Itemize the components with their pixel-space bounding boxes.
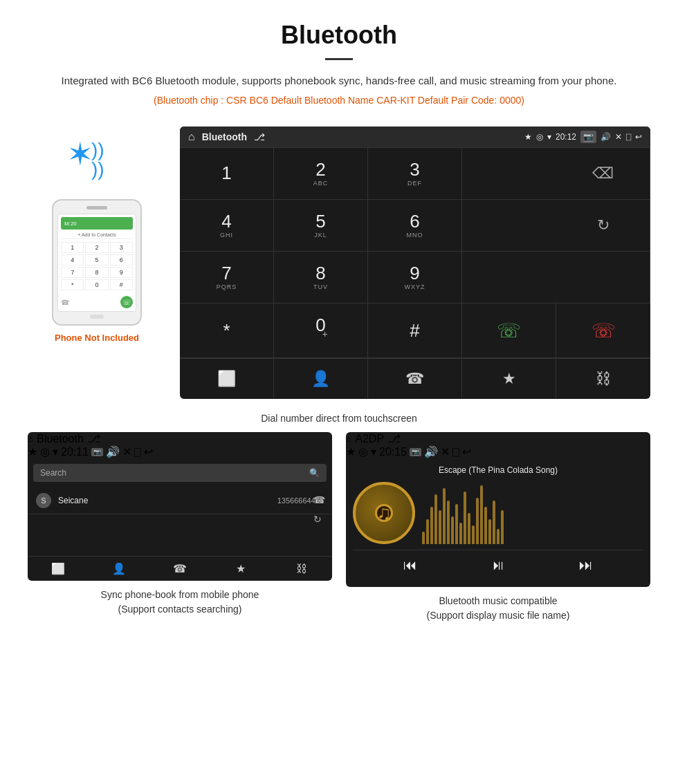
pb-call-icon[interactable]: ☎ xyxy=(313,494,325,505)
page-header: Bluetooth Integrated with BC6 Bluetooth … xyxy=(0,0,678,120)
phone-key-2: 2 xyxy=(85,242,108,253)
next-button[interactable]: ⏭ xyxy=(579,557,593,573)
dialpad-grid: 1 2 ABC 3 DEF ⌫ 4 GHI 5 JKL xyxy=(180,147,650,358)
key-call-red[interactable]: ☏ xyxy=(556,304,650,358)
key-hash[interactable]: # xyxy=(368,304,462,358)
key-refresh[interactable]: ↻ xyxy=(556,200,650,252)
music-window-icon: ⎕ xyxy=(452,446,459,458)
main-content-area: ✶ )))) M:20 + Add to Contacts 1 2 3 4 5 … xyxy=(0,120,678,406)
key-8[interactable]: 8 TUV xyxy=(274,252,368,304)
key-4[interactable]: 4 GHI xyxy=(180,200,274,252)
bottom-bluetooth-icon[interactable]: ★ xyxy=(462,359,556,399)
pb-bottom-link[interactable]: ⛓ xyxy=(271,562,332,575)
bottom-dialpad-icon[interactable]: ⬜ xyxy=(180,359,274,399)
bottom-link-icon[interactable]: ⛓ xyxy=(556,359,650,399)
back-icon[interactable]: ↩ xyxy=(635,132,642,142)
statusbar-left: ⌂ Bluetooth ⎇ xyxy=(188,131,265,143)
display-area xyxy=(462,148,556,200)
pb-bottom-contacts[interactable]: 👤 xyxy=(89,562,149,575)
key-2[interactable]: 2 ABC xyxy=(274,148,368,200)
viz-bar-6 xyxy=(443,488,446,544)
key-0[interactable]: 0 + xyxy=(274,304,368,358)
viz-bar-13 xyxy=(472,525,475,544)
bt-icon: ★ xyxy=(524,132,532,142)
pb-app-name: Bluetooth xyxy=(37,433,84,445)
key-9-num: 9 xyxy=(410,264,419,282)
key-7-sub: PQRS xyxy=(217,283,237,290)
key-1-num: 1 xyxy=(221,164,231,182)
key-5-num: 5 xyxy=(315,212,325,230)
viz-bar-16 xyxy=(484,507,487,544)
music-camera-icon: 📷 xyxy=(410,448,421,456)
key-backspace[interactable]: ⌫ xyxy=(556,148,650,200)
backspace-icon: ⌫ xyxy=(592,165,614,183)
key-9-sub: WXYZ xyxy=(405,283,425,290)
key-3[interactable]: 3 DEF xyxy=(368,148,462,200)
pb-home-icon[interactable]: ⌂ xyxy=(28,434,33,444)
music-time: 20:15 xyxy=(379,446,407,458)
phone-key-0: 0 xyxy=(85,279,108,290)
play-pause-button[interactable]: ⏯ xyxy=(491,557,505,573)
call-red-icon: ☏ xyxy=(592,319,616,342)
pb-window-icon: ⎕ xyxy=(134,446,141,458)
pb-bottom-dialpad[interactable]: ⬜ xyxy=(28,562,89,575)
phone-key-9: 9 xyxy=(110,267,133,278)
music-back-icon[interactable]: ↩ xyxy=(462,445,471,458)
search-placeholder: Search xyxy=(40,468,66,478)
music-statusbar-left: ⌂ A2DP ⎇ xyxy=(346,432,650,445)
pb-statusbar-left: ⌂ Bluetooth ⎇ xyxy=(28,432,332,445)
pb-bottom-phone[interactable]: ☎ xyxy=(149,562,210,575)
camera-icon: 📷 xyxy=(580,131,596,143)
pb-bt-icon: ★ xyxy=(28,445,37,458)
phone-call-label: M:20 xyxy=(64,221,77,227)
key-2-num: 2 xyxy=(315,160,325,178)
statusbar-right: ★ ◎ ▾ 20:12 📷 🔊 ✕ ⎕ ↩ xyxy=(524,131,642,143)
key-6-sub: MNO xyxy=(407,232,423,239)
viz-bar-1 xyxy=(422,532,425,544)
bottom-phone-icon[interactable]: ☎ xyxy=(368,359,462,399)
key-6[interactable]: 6 MNO xyxy=(368,200,462,252)
pb-usb-icon: ⎇ xyxy=(88,432,100,445)
phonebook-search-bar[interactable]: Search 🔍 xyxy=(33,464,327,482)
key-5-sub: JKL xyxy=(314,232,327,239)
page-title: Bluetooth xyxy=(42,21,636,50)
key-star[interactable]: * xyxy=(180,304,274,358)
viz-bar-11 xyxy=(464,492,466,545)
viz-bar-18 xyxy=(493,501,495,544)
phone-call-bar: M:20 xyxy=(61,217,133,230)
phonebook-caption-line2: (Support contacts searching) xyxy=(118,604,242,615)
phone-mockup: M:20 + Add to Contacts 1 2 3 4 5 6 7 8 9… xyxy=(52,199,142,326)
music-close-icon: ✕ xyxy=(441,445,450,458)
viz-bar-19 xyxy=(497,529,500,545)
viz-bar-2 xyxy=(426,519,429,544)
contact-row[interactable]: S Seicane 13566664466 xyxy=(28,487,332,514)
phonebook-caption: Sync phone-book from mobile phone (Suppo… xyxy=(101,588,259,617)
music-home-icon[interactable]: ⌂ xyxy=(346,434,351,444)
key-call-green[interactable]: ☏ xyxy=(462,304,556,358)
prev-button[interactable]: ⏮ xyxy=(403,557,417,573)
music-statusbar: ⌂ A2DP ⎇ ★ ◎ ▾ 20:15 📷 🔊 ✕ ⎕ ↩ xyxy=(346,432,650,458)
key-1[interactable]: 1 xyxy=(180,148,274,200)
phone-call-button[interactable]: ☏ xyxy=(120,296,133,308)
phonebook-right-icons: ☎ ↻ xyxy=(313,494,325,525)
home-icon[interactable]: ⌂ xyxy=(188,131,195,143)
key-5[interactable]: 5 JKL xyxy=(274,200,368,252)
music-visualizer xyxy=(422,482,643,544)
pb-refresh-icon[interactable]: ↻ xyxy=(313,514,325,525)
music-screen: ⌂ A2DP ⎇ ★ ◎ ▾ 20:15 📷 🔊 ✕ ⎕ ↩ Escape xyxy=(346,432,650,587)
phonebook-caption-line1: Sync phone-book from mobile phone xyxy=(101,589,259,600)
pb-bottom-bt[interactable]: ★ xyxy=(210,562,271,575)
pb-camera-icon: 📷 xyxy=(91,448,103,456)
pb-close-icon: ✕ xyxy=(122,445,131,458)
phonebook-screenshot-block: ⌂ Bluetooth ⎇ ★ ◎ ▾ 20:11 📷 🔊 ✕ ⎕ ↩ xyxy=(28,432,332,623)
key-8-sub: TUV xyxy=(313,283,328,290)
music-statusbar-right: ★ ◎ ▾ 20:15 📷 🔊 ✕ ⎕ ↩ xyxy=(346,445,650,458)
music-screenshot-block: ⌂ A2DP ⎇ ★ ◎ ▾ 20:15 📷 🔊 ✕ ⎕ ↩ Escape xyxy=(346,432,650,623)
bottom-contacts-icon[interactable]: 👤 xyxy=(274,359,368,399)
pb-back-icon[interactable]: ↩ xyxy=(144,445,153,458)
key-7[interactable]: 7 PQRS xyxy=(180,252,274,304)
key-9[interactable]: 9 WXYZ xyxy=(368,252,462,304)
call-green-icon: ☏ xyxy=(497,319,521,342)
pb-location-icon: ◎ xyxy=(40,445,50,458)
bluetooth-signal-graphic: ✶ )))) xyxy=(69,140,125,189)
